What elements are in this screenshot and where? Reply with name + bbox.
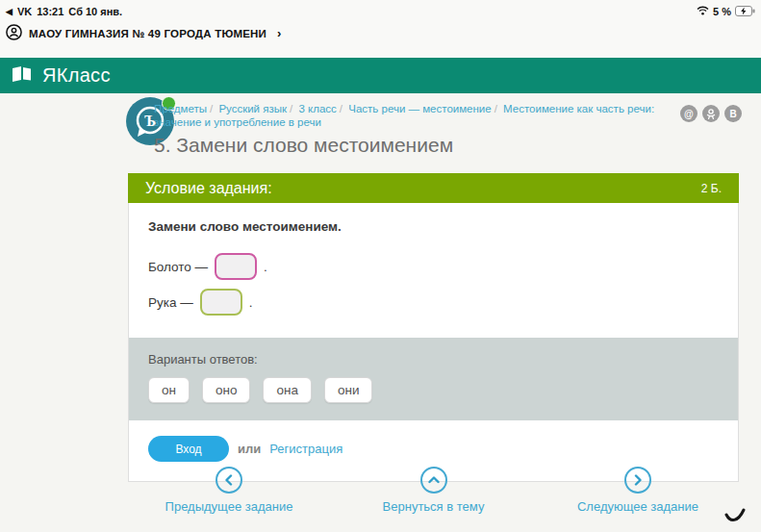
status-time: 13:21 [37,6,63,17]
answer-option-ona[interactable]: она [263,377,311,403]
back-to-topic-label: Вернуться в тему [383,499,485,514]
school-menu[interactable]: МАОУ ГИМНАЗИЯ № 49 ГОРОДА ТЮМЕНИ › [6,24,282,42]
screen: ◀ VK 13:21 Сб 10 янв. 5 % [0,0,761,532]
chevron-left-circle-icon [216,467,242,494]
breadcrumb-separator: / [207,103,216,114]
school-name: МАОУ ГИМНАЗИЯ № 49 ГОРОДА ТЮМЕНИ [29,28,266,39]
answer-input-boloto[interactable] [215,253,257,280]
answers-section: Варианты ответов: он оно она они [129,338,738,420]
pen-mark [723,507,748,530]
yaklass-logo[interactable]: ЯКласс [42,64,111,87]
footer-navigation: Предыдущее задание Вернуться в тему След… [128,467,739,514]
wifi-icon [697,6,709,17]
vk-share-icon[interactable]: В [724,105,742,122]
back-to-app-icon[interactable]: ◀ [6,7,13,16]
next-task-label: Следующее задание [577,499,698,514]
account-icon [6,24,22,42]
yaklass-book-icon [12,65,35,87]
breadcrumb-separator: / [492,103,500,114]
answer-option-ono[interactable]: оно [202,377,250,403]
breadcrumb-grade[interactable]: 3 класс [298,103,336,114]
previous-task-button[interactable]: Предыдущее задание [128,467,330,514]
answer-option-on[interactable]: он [148,377,190,403]
battery-percent: 5 % [713,6,731,17]
word-label: Рука — [148,295,193,310]
chevron-up-circle-icon [420,467,447,494]
row-period: . [264,260,267,274]
answer-option-oni[interactable]: они [324,377,373,403]
status-date: Сб 10 янв. [68,6,122,17]
next-task-button[interactable]: Следующее задание [537,467,739,514]
breadcrumb-subjects[interactable]: Предметы [154,103,207,114]
back-to-app-label[interactable]: VK [17,6,32,17]
answers-label: Варианты ответов: [148,352,719,367]
breadcrumb-russian[interactable]: Русский язык [218,103,287,114]
task-instruction: Замени слово местоимением. [148,219,719,234]
answer-input-ruka[interactable] [200,289,242,316]
battery-charging-icon [735,6,755,18]
social-share-row: @ В [680,105,742,122]
page-title: 5. Замени слово местоимением [154,134,673,157]
odnoklassniki-share-icon[interactable] [702,105,720,122]
word-label: Болото — [148,260,208,274]
chevron-right-circle-icon [624,467,651,494]
register-link[interactable]: Регистрация [269,442,342,456]
previous-task-label: Предыдущее задание [165,499,293,514]
back-to-topic-button[interactable]: Вернуться в тему [333,467,535,514]
row-period: . [249,295,253,310]
mailru-share-icon[interactable]: @ [680,105,698,122]
task-panel: Замени слово местоимением. Болото — . Ру… [128,203,739,482]
site-header: ЯКласс [0,58,761,93]
breadcrumb-separator: / [337,103,345,114]
breadcrumb-topic[interactable]: Часть речи — местоимение [348,103,491,114]
chevron-right-icon: › [277,26,282,40]
login-button[interactable]: Вход [148,436,229,462]
breadcrumb-separator: / [287,103,295,114]
breadcrumb: Предметы/ Русский язык/ 3 класс/ Часть р… [154,102,673,129]
or-label: или [238,442,261,456]
task-row-ruka: Рука — . [148,289,719,316]
task-row-boloto: Болото — . [148,253,719,280]
status-bar: ◀ VK 13:21 Сб 10 янв. 5 % [0,0,761,21]
condition-label: Условие задания: [145,180,272,197]
condition-bar: Условие задания: 2 Б. [128,173,739,203]
points-badge: 2 Б. [701,182,722,195]
